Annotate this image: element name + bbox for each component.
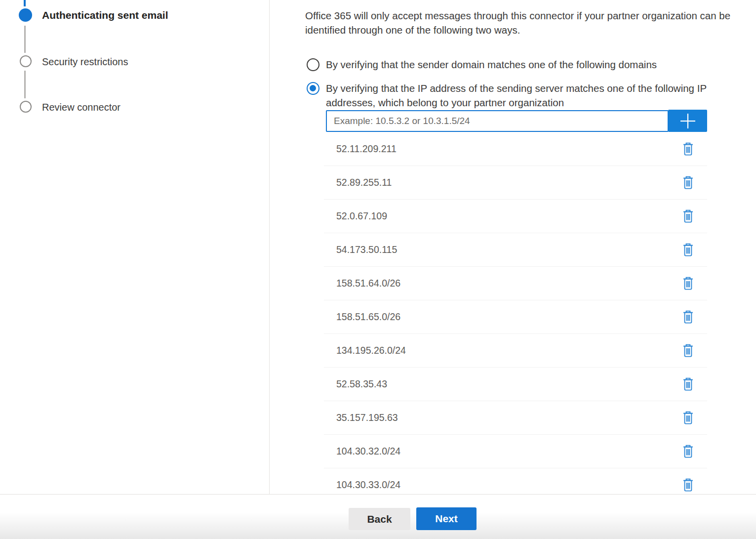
delete-ip-button[interactable] — [680, 444, 695, 459]
ip-list-item: 104.30.32.0/24 — [324, 435, 707, 468]
step-upcoming-circle-icon — [20, 101, 32, 113]
wizard-stepper-sidebar: Authenticating sent email Security restr… — [0, 0, 270, 494]
delete-ip-button[interactable] — [680, 477, 695, 493]
back-button[interactable]: Back — [349, 508, 410, 530]
ip-list-item: 52.58.35.43 — [324, 368, 707, 401]
radio-option-label: By verifying that the IP address of the … — [326, 81, 729, 110]
stepper-connector-line — [24, 71, 26, 98]
ip-address-value: 158.51.65.0/26 — [336, 311, 400, 323]
delete-ip-button[interactable] — [680, 208, 695, 224]
stepper-top-connector — [24, 0, 26, 6]
ip-list-item: 104.30.33.0/24 — [324, 468, 707, 494]
ip-list-item: 35.157.195.63 — [324, 401, 707, 435]
trash-icon — [682, 444, 694, 458]
delete-ip-button[interactable] — [680, 309, 695, 325]
step-active-circle-icon — [19, 8, 32, 22]
radio-option-sender-domain[interactable]: By verifying that the sender domain matc… — [305, 57, 729, 72]
ip-address-input[interactable] — [326, 110, 669, 132]
ip-list-item: 52.0.67.109 — [324, 200, 707, 233]
delete-ip-button[interactable] — [680, 276, 695, 291]
trash-icon — [682, 377, 694, 391]
trash-icon — [682, 310, 694, 324]
ip-list-item: 52.11.209.211 — [324, 132, 707, 166]
radio-unselected-icon[interactable] — [307, 58, 319, 71]
radio-option-ip-address[interactable]: By verifying that the IP address of the … — [305, 81, 729, 110]
ip-list-item: 134.195.26.0/24 — [324, 334, 707, 368]
ip-list-item: 52.89.255.11 — [324, 166, 707, 200]
delete-ip-button[interactable] — [680, 410, 695, 426]
delete-ip-button[interactable] — [680, 242, 695, 258]
delete-ip-button[interactable] — [680, 376, 695, 392]
trash-icon — [682, 142, 694, 156]
step-security-restrictions[interactable]: Security restrictions — [42, 55, 128, 68]
plus-icon — [679, 113, 696, 129]
ip-address-value: 35.157.195.63 — [336, 412, 398, 423]
ip-list-item: 158.51.65.0/26 — [324, 300, 707, 334]
trash-icon — [682, 343, 694, 358]
add-ip-button[interactable] — [668, 110, 707, 132]
trash-icon — [682, 209, 694, 223]
delete-ip-button[interactable] — [680, 175, 695, 191]
trash-icon — [682, 411, 694, 425]
ip-list-item: 158.51.64.0/26 — [324, 267, 707, 300]
step-review-connector[interactable]: Review connector — [42, 101, 120, 114]
trash-icon — [682, 276, 694, 290]
delete-ip-button[interactable] — [680, 141, 695, 157]
trash-icon — [682, 478, 694, 492]
trash-icon — [682, 175, 694, 190]
ip-address-value: 52.89.255.11 — [336, 177, 392, 188]
trash-icon — [682, 243, 694, 257]
ip-address-value: 52.11.209.211 — [336, 143, 397, 155]
stepper-connector-line — [24, 26, 26, 53]
ip-address-value: 52.0.67.109 — [336, 210, 387, 222]
radio-option-label: By verifying that the sender domain matc… — [326, 57, 729, 72]
main-content: Office 365 will only accept messages thr… — [270, 0, 756, 494]
delete-ip-button[interactable] — [680, 343, 695, 359]
ip-address-value: 104.30.32.0/24 — [336, 446, 400, 457]
page-description: Office 365 will only accept messages thr… — [305, 8, 756, 37]
connector-wizard-screen: Authenticating sent email Security restr… — [0, 0, 756, 539]
step-authenticating-sent-email[interactable]: Authenticating sent email — [42, 9, 168, 22]
next-button[interactable]: Next — [416, 507, 477, 530]
ip-address-value: 134.195.26.0/24 — [336, 345, 406, 356]
step-upcoming-circle-icon — [20, 55, 32, 67]
ip-address-value: 54.173.50.115 — [336, 244, 397, 255]
ip-address-value: 158.51.64.0/26 — [336, 278, 400, 289]
wizard-footer: Back Next — [0, 494, 756, 539]
ip-address-value: 104.30.33.0/24 — [336, 479, 400, 491]
ip-address-value: 52.58.35.43 — [336, 378, 387, 390]
ip-list-item: 54.173.50.115 — [324, 233, 707, 267]
radio-selected-icon[interactable] — [307, 82, 319, 95]
ip-address-list: 52.11.209.211 — [324, 132, 707, 494]
